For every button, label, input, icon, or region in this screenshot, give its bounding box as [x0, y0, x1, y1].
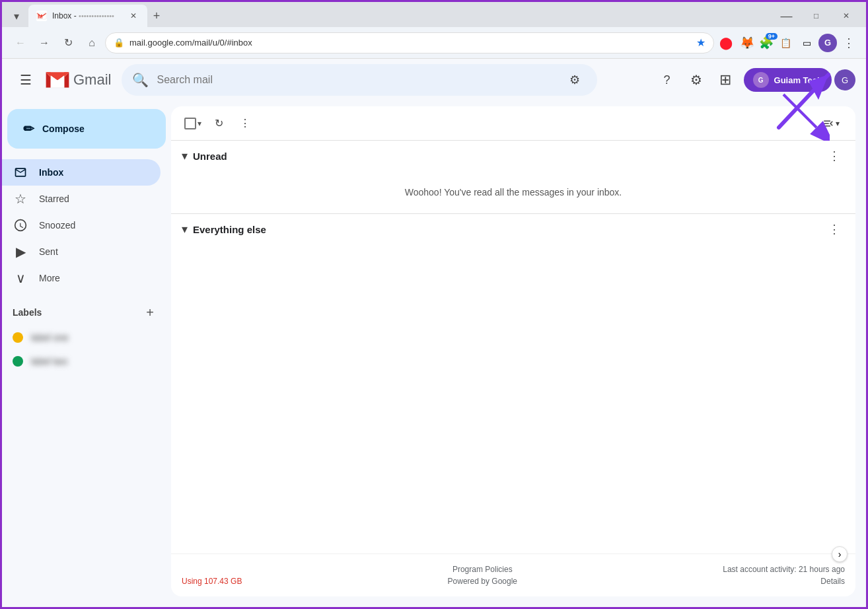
starred-label: Starred: [39, 194, 153, 204]
label-color-dot-2: [13, 356, 23, 367]
checkbox-icon: [184, 118, 196, 129]
extension3-icon[interactable]: 🧩 9+: [759, 36, 774, 50]
notification-text: Guiam Tech: [774, 75, 822, 85]
apps-button[interactable]: ⊞: [712, 67, 739, 93]
inbox-label: Inbox: [39, 167, 153, 178]
label-item-2[interactable]: label two: [13, 349, 161, 373]
forward-button[interactable]: →: [34, 32, 55, 54]
extension4-icon[interactable]: 📋: [776, 34, 795, 52]
tab-close-button[interactable]: ✕: [127, 10, 139, 22]
tab-favicon: M: [36, 11, 47, 21]
browser-menu-button[interactable]: ⋮: [840, 34, 858, 52]
home-button[interactable]: ⌂: [81, 32, 102, 54]
everything-else-section: ▾ Everything else ⋮: [171, 214, 855, 244]
scroll-to-bottom-button[interactable]: ›: [832, 546, 848, 562]
notification-popup[interactable]: G Guiam Tech: [744, 68, 832, 92]
more-actions-button[interactable]: ⋮: [233, 112, 257, 135]
add-label-button[interactable]: +: [139, 302, 161, 323]
gmail-logo: Gmail: [44, 70, 111, 90]
site-info-icon: 🔒: [114, 38, 124, 48]
everything-else-header[interactable]: ▾ Everything else ⋮: [171, 214, 855, 244]
footer-center: Program Policies Powered by Google: [448, 565, 517, 586]
tab-title: Inbox - ••••••••••••••: [52, 11, 122, 20]
browser-profile-avatar[interactable]: G: [818, 34, 837, 52]
search-bar[interactable]: 🔍 ⚙: [122, 64, 597, 96]
chevron-down-icon: ▾: [198, 119, 201, 128]
email-footer: Using 107.43 GB Program Policies Powered…: [171, 554, 855, 596]
everything-else-chevron-icon: ▾: [182, 222, 188, 236]
more-label: More: [39, 273, 153, 283]
powered-by-google: Powered by Google: [448, 577, 517, 586]
sent-icon: ▶: [13, 244, 28, 260]
search-input[interactable]: [157, 74, 555, 86]
user-avatar[interactable]: G: [834, 69, 855, 90]
snoozed-label: Snoozed: [39, 220, 153, 231]
close-button[interactable]: ✕: [831, 7, 861, 25]
compose-button[interactable]: ✏ Compose: [7, 109, 166, 149]
browser-tab[interactable]: M Inbox - •••••••••••••• ✕: [28, 5, 147, 27]
unread-section-header[interactable]: ▾ Unread ⋮: [171, 141, 855, 171]
everything-else-title: Everything else: [193, 224, 266, 235]
minimize-button[interactable]: —: [772, 7, 801, 25]
settings-button[interactable]: ⚙: [683, 67, 709, 93]
gmail-logo-text: Gmail: [73, 71, 111, 89]
labels-section: Labels + label one label two: [2, 291, 171, 378]
dropdown-arrow-icon: ▾: [14, 10, 19, 22]
inbox-icon: [13, 166, 28, 179]
new-tab-button[interactable]: +: [147, 7, 166, 25]
more-icon: ∨: [13, 270, 28, 286]
sidebar-toggle-icon[interactable]: ▭: [797, 34, 816, 52]
select-all-button[interactable]: ▾: [182, 112, 204, 135]
footer-right: Last account activity: 21 hours ago Deta…: [723, 565, 845, 586]
refresh-email-button[interactable]: ↻: [207, 112, 231, 135]
labels-title: Labels: [13, 307, 42, 318]
main-menu-button[interactable]: ☰: [13, 67, 39, 93]
svg-text:M: M: [38, 13, 43, 20]
header-right-icons: ? ⚙ ⊞ G Guiam Tech G: [654, 67, 855, 93]
notif-avatar-left: G: [753, 72, 769, 88]
unread-section-menu[interactable]: ⋮: [824, 145, 845, 166]
label-name-2: label two: [31, 356, 67, 367]
storage-text: Using 107.43 GB: [182, 577, 242, 586]
snoozed-icon: [13, 219, 28, 232]
label-color-dot-1: [13, 332, 23, 343]
search-icon: 🔍: [132, 72, 149, 88]
main-content: ▾ ↻ ⋮ ▾: [171, 106, 855, 596]
help-button[interactable]: ?: [654, 67, 680, 93]
browser-dropdown-button[interactable]: ▾: [7, 7, 26, 25]
search-filter-button[interactable]: ⚙: [563, 68, 587, 92]
sidebar: ✏ Compose Inbox ☆ Starred: [2, 101, 171, 602]
details-link[interactable]: Details: [723, 577, 845, 586]
sent-label: Sent: [39, 246, 153, 257]
maximize-button[interactable]: □: [801, 7, 831, 25]
email-toolbar: ▾ ↻ ⋮ ▾: [171, 106, 855, 141]
unread-chevron-icon: ▾: [182, 149, 188, 163]
address-input[interactable]: [129, 38, 691, 48]
compose-icon: ✏: [23, 121, 34, 137]
nav-item-more[interactable]: ∨ More: [2, 265, 161, 291]
gmail-body: ✏ Compose Inbox ☆ Starred: [2, 101, 866, 607]
bookmark-star-icon: ★: [696, 36, 705, 49]
starred-icon: ☆: [13, 191, 28, 207]
view-toggle-button[interactable]: ▾: [817, 114, 845, 133]
opera-ext-icon[interactable]: ⬤: [717, 34, 735, 52]
nav-item-inbox[interactable]: Inbox: [2, 159, 161, 186]
gmail-header: ☰ Gmail 🔍 ⚙: [2, 59, 866, 101]
unread-section-title: Unread: [193, 151, 227, 162]
chevron-down-view-icon: ▾: [836, 119, 840, 128]
nav-item-snoozed[interactable]: Snoozed: [2, 212, 161, 238]
unread-empty-message: Woohoo! You've read all the messages in …: [171, 171, 855, 213]
last-activity-text: Last account activity: 21 hours ago: [723, 565, 845, 574]
address-bar[interactable]: 🔒 ★: [105, 32, 714, 54]
everything-else-section-menu[interactable]: ⋮: [824, 219, 845, 240]
nav-item-sent[interactable]: ▶ Sent: [2, 238, 161, 265]
label-item-1[interactable]: label one: [13, 326, 161, 349]
extension2-icon[interactable]: 🦊: [738, 34, 756, 52]
label-name-1: label one: [31, 332, 69, 343]
refresh-button[interactable]: ↻: [57, 32, 79, 54]
compose-label: Compose: [42, 124, 85, 134]
program-policies-link[interactable]: Program Policies: [448, 565, 517, 574]
nav-item-starred[interactable]: ☆ Starred: [2, 186, 161, 212]
unread-section: ▾ Unread ⋮ Woohoo! You've read all the m…: [171, 141, 855, 213]
back-button[interactable]: ←: [10, 32, 31, 54]
